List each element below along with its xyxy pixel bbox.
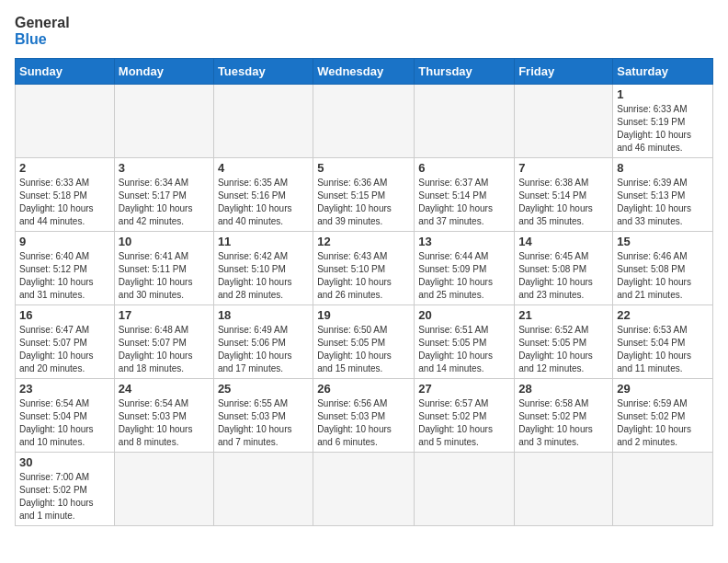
day-header-thursday: Thursday (415, 59, 515, 85)
day-number: 6 (418, 161, 510, 175)
day-info: Sunrise: 6:56 AM Sunset: 5:03 PM Dayligh… (317, 397, 410, 449)
calendar-cell: 22Sunrise: 6:53 AM Sunset: 5:04 PM Dayli… (613, 305, 713, 379)
day-header-saturday: Saturday (613, 59, 713, 85)
day-number: 27 (418, 382, 510, 396)
day-info: Sunrise: 6:48 AM Sunset: 5:07 PM Dayligh… (119, 324, 210, 375)
day-number: 12 (317, 235, 410, 248)
day-info: Sunrise: 6:33 AM Sunset: 5:18 PM Dayligh… (19, 177, 110, 228)
day-number: 17 (119, 308, 210, 322)
day-info: Sunrise: 6:51 AM Sunset: 5:05 PM Dayligh… (418, 324, 510, 375)
calendar-cell: 16Sunrise: 6:47 AM Sunset: 5:07 PM Dayli… (16, 305, 115, 379)
page-header: General Blue General Blue (15, 15, 713, 47)
day-number: 15 (617, 235, 709, 248)
day-info: Sunrise: 7:00 AM Sunset: 5:02 PM Dayligh… (19, 471, 110, 523)
day-info: Sunrise: 6:35 AM Sunset: 5:16 PM Dayligh… (218, 177, 309, 228)
day-number: 20 (418, 308, 510, 322)
day-info: Sunrise: 6:36 AM Sunset: 5:15 PM Dayligh… (317, 177, 410, 228)
calendar-cell: 19Sunrise: 6:50 AM Sunset: 5:05 PM Dayli… (313, 305, 415, 379)
day-header-tuesday: Tuesday (213, 59, 313, 85)
calendar-cell: 14Sunrise: 6:45 AM Sunset: 5:08 PM Dayli… (515, 232, 613, 305)
day-number: 28 (518, 382, 609, 396)
calendar-cell (415, 453, 515, 526)
day-number: 5 (317, 161, 410, 175)
day-number: 8 (617, 161, 709, 175)
calendar-cell: 12Sunrise: 6:43 AM Sunset: 5:10 PM Dayli… (313, 232, 415, 305)
day-number: 7 (518, 161, 609, 175)
calendar-cell: 4Sunrise: 6:35 AM Sunset: 5:16 PM Daylig… (213, 158, 313, 232)
day-number: 10 (119, 235, 210, 248)
day-header-monday: Monday (114, 59, 213, 85)
day-number: 3 (119, 161, 210, 175)
calendar-cell: 7Sunrise: 6:38 AM Sunset: 5:14 PM Daylig… (515, 158, 613, 232)
day-info: Sunrise: 6:38 AM Sunset: 5:14 PM Dayligh… (518, 177, 609, 228)
day-number: 23 (19, 382, 110, 396)
day-info: Sunrise: 6:41 AM Sunset: 5:11 PM Dayligh… (119, 250, 210, 302)
day-number: 18 (218, 308, 309, 322)
day-info: Sunrise: 6:55 AM Sunset: 5:03 PM Dayligh… (218, 397, 309, 449)
calendar-cell: 8Sunrise: 6:39 AM Sunset: 5:13 PM Daylig… (613, 158, 713, 232)
calendar-cell (16, 85, 115, 158)
day-number: 29 (617, 382, 709, 396)
logo: General Blue General Blue (15, 15, 70, 47)
day-info: Sunrise: 6:59 AM Sunset: 5:02 PM Dayligh… (617, 397, 709, 449)
calendar-cell: 21Sunrise: 6:52 AM Sunset: 5:05 PM Dayli… (515, 305, 613, 379)
day-info: Sunrise: 6:34 AM Sunset: 5:17 PM Dayligh… (119, 177, 210, 228)
day-number: 19 (317, 308, 410, 322)
calendar-cell (515, 453, 613, 526)
day-info: Sunrise: 6:45 AM Sunset: 5:08 PM Dayligh… (518, 250, 609, 302)
logo-general: General (15, 15, 70, 31)
day-info: Sunrise: 6:43 AM Sunset: 5:10 PM Dayligh… (317, 250, 410, 302)
calendar-cell: 13Sunrise: 6:44 AM Sunset: 5:09 PM Dayli… (415, 232, 515, 305)
day-number: 4 (218, 161, 309, 175)
day-info: Sunrise: 6:47 AM Sunset: 5:07 PM Dayligh… (19, 324, 110, 375)
day-info: Sunrise: 6:53 AM Sunset: 5:04 PM Dayligh… (617, 324, 709, 375)
day-info: Sunrise: 6:42 AM Sunset: 5:10 PM Dayligh… (218, 250, 309, 302)
day-info: Sunrise: 6:52 AM Sunset: 5:05 PM Dayligh… (518, 324, 609, 375)
calendar-cell: 27Sunrise: 6:57 AM Sunset: 5:02 PM Dayli… (415, 379, 515, 453)
calendar-cell: 18Sunrise: 6:49 AM Sunset: 5:06 PM Dayli… (213, 305, 313, 379)
calendar-cell: 9Sunrise: 6:40 AM Sunset: 5:12 PM Daylig… (16, 232, 115, 305)
calendar-cell: 6Sunrise: 6:37 AM Sunset: 5:14 PM Daylig… (415, 158, 515, 232)
day-info: Sunrise: 6:37 AM Sunset: 5:14 PM Dayligh… (418, 177, 510, 228)
calendar-cell (114, 453, 213, 526)
calendar-table: SundayMondayTuesdayWednesdayThursdayFrid… (15, 58, 713, 526)
calendar-cell: 10Sunrise: 6:41 AM Sunset: 5:11 PM Dayli… (114, 232, 213, 305)
calendar-cell: 20Sunrise: 6:51 AM Sunset: 5:05 PM Dayli… (415, 305, 515, 379)
day-number: 25 (218, 382, 309, 396)
day-info: Sunrise: 6:40 AM Sunset: 5:12 PM Dayligh… (19, 250, 110, 302)
day-info: Sunrise: 6:54 AM Sunset: 5:03 PM Dayligh… (119, 397, 210, 449)
day-info: Sunrise: 6:39 AM Sunset: 5:13 PM Dayligh… (617, 177, 709, 228)
day-number: 21 (518, 308, 609, 322)
calendar-cell (415, 85, 515, 158)
calendar-cell: 2Sunrise: 6:33 AM Sunset: 5:18 PM Daylig… (16, 158, 115, 232)
day-number: 16 (19, 308, 110, 322)
calendar-cell: 5Sunrise: 6:36 AM Sunset: 5:15 PM Daylig… (313, 158, 415, 232)
day-number: 26 (317, 382, 410, 396)
calendar-cell: 29Sunrise: 6:59 AM Sunset: 5:02 PM Dayli… (613, 379, 713, 453)
day-info: Sunrise: 6:46 AM Sunset: 5:08 PM Dayligh… (617, 250, 709, 302)
day-info: Sunrise: 6:57 AM Sunset: 5:02 PM Dayligh… (418, 397, 510, 449)
day-number: 30 (19, 455, 110, 469)
day-header-sunday: Sunday (16, 59, 115, 85)
logo-blue: Blue (15, 31, 70, 48)
calendar-cell: 11Sunrise: 6:42 AM Sunset: 5:10 PM Dayli… (213, 232, 313, 305)
calendar-cell (313, 85, 415, 158)
calendar-cell: 24Sunrise: 6:54 AM Sunset: 5:03 PM Dayli… (114, 379, 213, 453)
calendar-cell: 25Sunrise: 6:55 AM Sunset: 5:03 PM Dayli… (213, 379, 313, 453)
day-info: Sunrise: 6:58 AM Sunset: 5:02 PM Dayligh… (518, 397, 609, 449)
day-number: 1 (617, 87, 709, 101)
day-number: 13 (418, 235, 510, 248)
day-header-wednesday: Wednesday (313, 59, 415, 85)
calendar-cell: 23Sunrise: 6:54 AM Sunset: 5:04 PM Dayli… (16, 379, 115, 453)
day-number: 24 (119, 382, 210, 396)
day-info: Sunrise: 6:54 AM Sunset: 5:04 PM Dayligh… (19, 397, 110, 449)
day-info: Sunrise: 6:49 AM Sunset: 5:06 PM Dayligh… (218, 324, 309, 375)
calendar-cell (213, 85, 313, 158)
calendar-cell (313, 453, 415, 526)
day-number: 2 (19, 161, 110, 175)
calendar-cell (515, 85, 613, 158)
day-number: 22 (617, 308, 709, 322)
calendar-cell (114, 85, 213, 158)
calendar-cell: 26Sunrise: 6:56 AM Sunset: 5:03 PM Dayli… (313, 379, 415, 453)
day-number: 14 (518, 235, 609, 248)
